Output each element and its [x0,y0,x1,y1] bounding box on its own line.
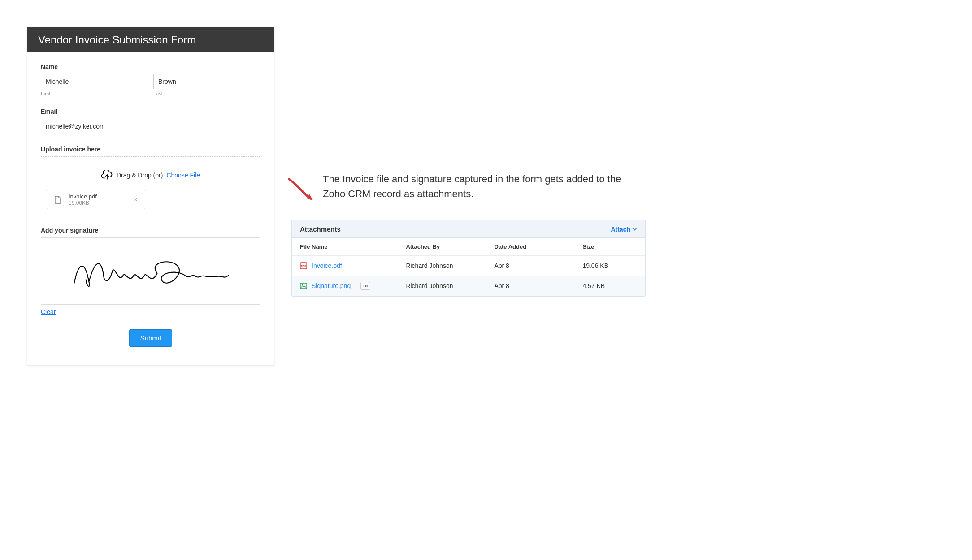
svg-text:PDF: PDF [301,265,306,267]
arrow-icon [287,177,318,204]
pdf-icon: PDF [300,262,307,269]
attachments-table: File Name Attached By Date Added Size PD… [292,238,645,296]
email-input[interactable] [41,119,260,134]
description-text: The Invoice file and signature captured … [323,172,641,201]
col-date-added: Date Added [486,238,574,256]
chevron-down-icon [632,228,637,231]
file-link[interactable]: Invoice.pdf [312,262,342,269]
attach-button[interactable]: Attach [611,226,637,233]
upload-dropzone[interactable]: Drag & Drop (or) Choose File Invoice.pdf… [41,156,260,215]
signature-pad[interactable] [41,237,260,305]
size-cell: 19.06 KB [574,256,645,276]
first-name-input[interactable] [41,74,148,89]
attached-by-cell: Richard Johnson [398,256,486,276]
submit-button[interactable]: Submit [129,329,173,347]
name-label: Name [41,63,260,70]
choose-file-link[interactable]: Choose File [166,172,200,179]
cloud-upload-icon [101,170,113,180]
signature-drawing [65,245,236,297]
file-link[interactable]: Signature.png [312,282,351,289]
col-size: Size [574,238,645,256]
date-added-cell: Apr 8 [486,276,574,296]
document-icon [52,194,64,206]
attachments-title: Attachments [300,225,341,233]
svg-rect-2 [300,283,307,289]
upload-label: Upload invoice here [41,146,260,153]
image-icon [300,282,307,289]
last-name-caption: Last [153,91,260,96]
attach-button-label: Attach [611,226,630,233]
form-body: Name First Last Email [27,52,274,365]
row-actions-button[interactable]: ••• [360,282,370,290]
email-label: Email [41,108,260,115]
upload-droptext: Drag & Drop (or) [117,172,163,179]
svg-point-3 [302,284,303,286]
last-name-input[interactable] [153,74,260,89]
attachments-panel: Attachments Attach File Name Attached By… [291,220,646,297]
uploaded-file-size: 19.06KB [69,200,97,206]
uploaded-file-chip: Invoice.pdf 19.06KB × [47,190,145,209]
attached-by-cell: Richard Johnson [398,276,486,296]
vendor-invoice-form: Vendor Invoice Submission Form Name Firs… [27,27,274,365]
col-file-name: File Name [292,238,398,256]
table-row[interactable]: Signature.png•••Richard JohnsonApr 84.57… [292,276,645,296]
col-attached-by: Attached By [398,238,486,256]
table-row[interactable]: PDFInvoice.pdfRichard JohnsonApr 819.06 … [292,256,645,276]
form-title: Vendor Invoice Submission Form [27,27,274,52]
remove-file-button[interactable]: × [131,196,140,204]
signature-label: Add your signature [41,227,260,234]
date-added-cell: Apr 8 [486,256,574,276]
clear-signature-link[interactable]: Clear [41,308,56,315]
uploaded-file-name: Invoice.pdf [69,193,97,200]
size-cell: 4.57 KB [574,276,645,296]
first-name-caption: First [41,91,148,96]
